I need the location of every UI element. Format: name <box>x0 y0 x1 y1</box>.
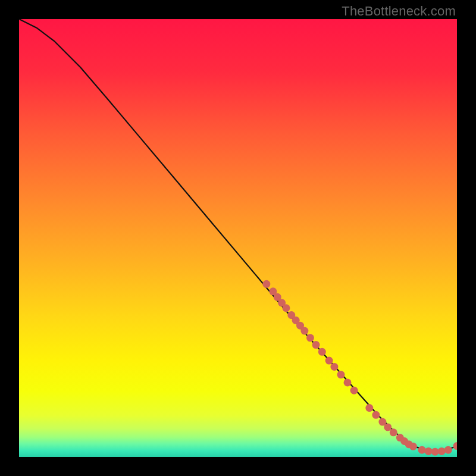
highlight-marker <box>325 357 333 365</box>
highlight-marker <box>384 423 392 431</box>
highlight-marker <box>300 327 308 335</box>
highlight-marker <box>444 446 452 454</box>
highlight-marker <box>418 446 426 454</box>
highlight-marker <box>409 443 417 450</box>
highlight-marker <box>330 363 338 371</box>
highlight-marker <box>344 378 352 386</box>
highlight-marker <box>390 428 397 436</box>
watermark-text: TheBottleneck.com <box>342 4 456 19</box>
highlight-marker <box>438 447 446 455</box>
highlight-marker <box>337 371 345 378</box>
bottleneck-curve-line <box>19 19 457 452</box>
highlight-markers-group <box>262 280 457 456</box>
highlight-marker <box>350 387 358 394</box>
highlight-marker <box>306 334 314 342</box>
highlight-marker <box>425 447 433 455</box>
highlight-marker <box>282 304 290 312</box>
highlight-marker <box>365 404 373 412</box>
chart-stage: TheBottleneck.com <box>0 0 476 476</box>
plot-area <box>19 19 457 457</box>
highlight-marker <box>262 280 270 288</box>
highlight-marker <box>312 341 320 349</box>
highlight-marker <box>453 442 458 450</box>
highlight-marker <box>372 411 380 419</box>
highlight-marker <box>431 448 439 456</box>
highlight-marker <box>318 348 326 356</box>
curve-layer <box>19 19 457 457</box>
